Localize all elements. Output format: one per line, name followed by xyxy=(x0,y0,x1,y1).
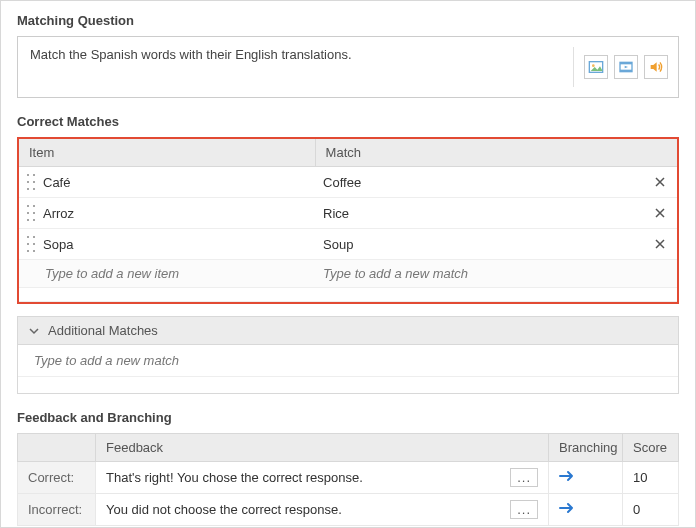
feedback-text[interactable]: That's right! You chose the correct resp… xyxy=(106,470,363,485)
close-icon xyxy=(655,239,665,249)
feedback-more-button[interactable]: ... xyxy=(510,468,538,487)
image-icon xyxy=(588,59,604,75)
delete-row-button[interactable] xyxy=(651,173,669,191)
feedback-table: Feedback Branching Score Correct:That's … xyxy=(17,433,679,526)
branching-button[interactable] xyxy=(559,471,575,486)
video-icon xyxy=(618,59,634,75)
drag-handle-icon[interactable] xyxy=(27,236,35,252)
match-row: ArrozRice xyxy=(19,198,677,229)
fb-col-feedback: Feedback xyxy=(96,434,549,462)
question-box: Match the Spanish words with their Engli… xyxy=(17,36,679,98)
feedback-row-label: Correct: xyxy=(18,462,96,494)
feedback-row: Correct:That's right! You chose the corr… xyxy=(18,462,679,494)
section-title-feedback: Feedback and Branching xyxy=(17,410,679,425)
arrow-right-icon xyxy=(559,469,575,483)
feedback-text[interactable]: You did not choose the correct response. xyxy=(106,502,342,517)
new-item-placeholder[interactable]: Type to add a new item xyxy=(27,266,179,281)
match-match-text[interactable]: Rice xyxy=(323,206,349,221)
match-item-text[interactable]: Sopa xyxy=(43,237,73,252)
fb-col-branching: Branching xyxy=(549,434,623,462)
feedback-score[interactable]: 10 xyxy=(623,462,679,494)
insert-image-button[interactable] xyxy=(584,55,608,79)
svg-rect-4 xyxy=(620,70,632,72)
svg-point-1 xyxy=(592,64,595,67)
audio-icon xyxy=(648,59,664,75)
section-title-matches: Correct Matches xyxy=(17,114,679,129)
fb-col-blank xyxy=(18,434,96,462)
match-item-text[interactable]: Arroz xyxy=(43,206,74,221)
feedback-more-button[interactable]: ... xyxy=(510,500,538,519)
match-item-text[interactable]: Café xyxy=(43,175,70,190)
feedback-row-label: Incorrect: xyxy=(18,494,96,526)
media-buttons xyxy=(573,47,678,87)
match-match-text[interactable]: Coffee xyxy=(323,175,361,190)
feedback-score[interactable]: 0 xyxy=(623,494,679,526)
close-icon xyxy=(655,208,665,218)
drag-handle-icon[interactable] xyxy=(27,205,35,221)
close-icon xyxy=(655,177,665,187)
delete-row-button[interactable] xyxy=(651,204,669,222)
insert-audio-button[interactable] xyxy=(644,55,668,79)
col-header-match: Match xyxy=(315,139,677,167)
additional-matches: Additional Matches Type to add a new mat… xyxy=(17,316,679,394)
match-row: SopaSoup xyxy=(19,229,677,260)
section-title-question: Matching Question xyxy=(17,13,679,28)
additional-match-placeholder[interactable]: Type to add a new match xyxy=(34,353,179,368)
question-text[interactable]: Match the Spanish words with their Engli… xyxy=(18,37,573,97)
fb-col-score: Score xyxy=(623,434,679,462)
match-row: CaféCoffee xyxy=(19,167,677,198)
insert-video-button[interactable] xyxy=(614,55,638,79)
panel: Matching Question Match the Spanish word… xyxy=(0,0,696,528)
correct-matches-table: Item Match CaféCoffeeArrozRiceSopaSoupTy… xyxy=(17,137,679,304)
additional-matches-title: Additional Matches xyxy=(48,323,158,338)
col-header-item: Item xyxy=(19,139,315,167)
match-match-text[interactable]: Soup xyxy=(323,237,353,252)
chevron-down-icon xyxy=(28,325,40,337)
additional-matches-header[interactable]: Additional Matches xyxy=(18,317,678,345)
new-match-placeholder[interactable]: Type to add a new match xyxy=(323,266,468,281)
drag-handle-icon[interactable] xyxy=(27,174,35,190)
delete-row-button[interactable] xyxy=(651,235,669,253)
svg-rect-3 xyxy=(620,62,632,64)
branching-button[interactable] xyxy=(559,503,575,518)
feedback-row: Incorrect:You did not choose the correct… xyxy=(18,494,679,526)
arrow-right-icon xyxy=(559,501,575,515)
